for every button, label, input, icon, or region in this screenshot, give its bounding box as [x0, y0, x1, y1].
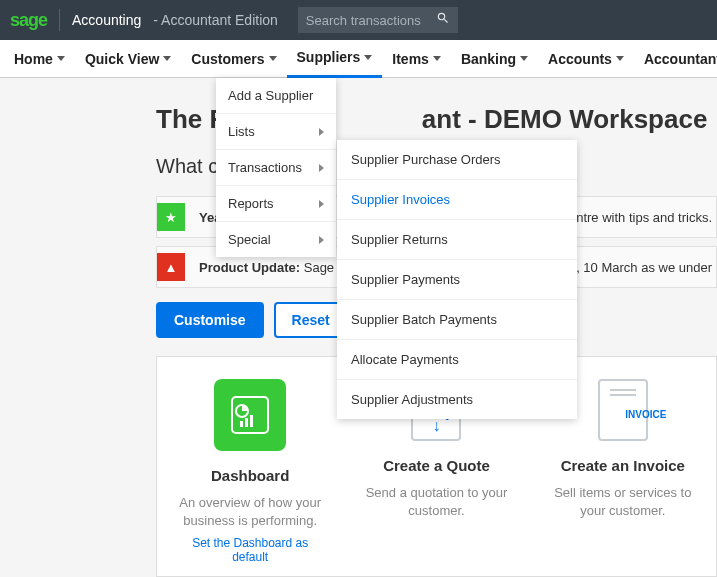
- card-title: Dashboard: [177, 467, 323, 484]
- chevron-down-icon: [616, 56, 624, 61]
- menu-customers[interactable]: Customers: [181, 40, 286, 78]
- arrow-down-icon: ↓: [432, 417, 440, 435]
- card-title: Create a Quote: [363, 457, 509, 474]
- chevron-down-icon: [57, 56, 65, 61]
- star-icon: ★: [157, 203, 185, 231]
- customise-button[interactable]: Customise: [156, 302, 264, 338]
- submenu-adjustments[interactable]: Supplier Adjustments: [337, 380, 577, 419]
- submenu-invoices[interactable]: Supplier Invoices: [337, 180, 577, 220]
- invoice-icon: INVOICE: [598, 379, 648, 441]
- alert-bold: Product Update:: [199, 260, 300, 275]
- dropdown-lists[interactable]: Lists: [216, 114, 336, 150]
- svg-rect-4: [250, 415, 253, 427]
- submenu-allocate-payments[interactable]: Allocate Payments: [337, 340, 577, 380]
- submenu-batch-payments[interactable]: Supplier Batch Payments: [337, 300, 577, 340]
- submenu-returns[interactable]: Supplier Returns: [337, 220, 577, 260]
- svg-rect-2: [240, 421, 243, 427]
- search-icon[interactable]: [436, 11, 450, 29]
- chevron-right-icon: [319, 200, 324, 208]
- transactions-submenu: Supplier Purchase Orders Supplier Invoic…: [337, 140, 577, 419]
- search-input[interactable]: [306, 13, 436, 28]
- dropdown-special[interactable]: Special: [216, 222, 336, 257]
- menu-items[interactable]: Items: [382, 40, 451, 78]
- product-edition: - Accountant Edition: [153, 12, 278, 28]
- menu-accountants-area[interactable]: Accountant's Area: [634, 40, 717, 78]
- card-dashboard[interactable]: Dashboard An overview of how your busine…: [177, 379, 323, 564]
- suppliers-dropdown: Add a Supplier Lists Transactions Report…: [216, 78, 336, 257]
- product-name: Accounting: [72, 12, 141, 28]
- svg-rect-3: [245, 418, 248, 427]
- dropdown-reports[interactable]: Reports: [216, 186, 336, 222]
- chevron-down-icon: [364, 55, 372, 60]
- chevron-down-icon: [433, 56, 441, 61]
- menu-quickview[interactable]: Quick View: [75, 40, 181, 78]
- divider: [59, 9, 60, 31]
- chevron-right-icon: [319, 164, 324, 172]
- dropdown-transactions[interactable]: Transactions: [216, 150, 336, 186]
- menu-home[interactable]: Home: [4, 40, 75, 78]
- menu-suppliers[interactable]: Suppliers: [287, 40, 383, 78]
- menu-accounts[interactable]: Accounts: [538, 40, 634, 78]
- chevron-right-icon: [319, 128, 324, 136]
- warning-icon: ▲: [157, 253, 185, 281]
- chevron-down-icon: [163, 56, 171, 61]
- dashboard-icon: [214, 379, 286, 451]
- card-title: Create an Invoice: [550, 457, 696, 474]
- menu-bar: Home Quick View Customers Suppliers Item…: [0, 40, 717, 78]
- chevron-down-icon: [269, 56, 277, 61]
- submenu-payments[interactable]: Supplier Payments: [337, 260, 577, 300]
- card-desc: Send a quotation to your customer.: [363, 484, 509, 520]
- search-box[interactable]: [298, 7, 458, 33]
- card-desc: Sell items or services to your customer.: [550, 484, 696, 520]
- logo: sage: [10, 10, 47, 31]
- top-bar: sage Accounting - Accountant Edition: [0, 0, 717, 40]
- card-desc: An overview of how your business is perf…: [177, 494, 323, 530]
- menu-banking[interactable]: Banking: [451, 40, 538, 78]
- card-link[interactable]: Set the Dashboard as default: [177, 536, 323, 564]
- dropdown-add-supplier[interactable]: Add a Supplier: [216, 78, 336, 114]
- submenu-purchase-orders[interactable]: Supplier Purchase Orders: [337, 140, 577, 180]
- chevron-right-icon: [319, 236, 324, 244]
- chevron-down-icon: [520, 56, 528, 61]
